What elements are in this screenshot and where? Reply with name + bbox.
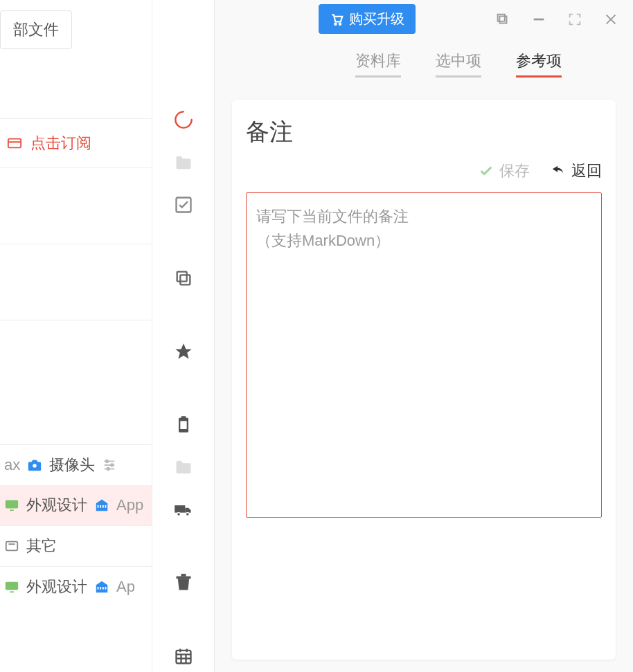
- save-button[interactable]: 保存: [479, 161, 530, 181]
- svg-rect-30: [175, 506, 185, 514]
- all-files-button[interactable]: 部文件: [0, 10, 72, 49]
- camera-icon: [27, 457, 42, 473]
- design2-label: 外观设计: [26, 576, 87, 597]
- svg-rect-44: [499, 16, 506, 23]
- app-label: App: [116, 496, 143, 514]
- note-title: 备注: [246, 116, 602, 148]
- svg-rect-17: [6, 582, 18, 590]
- svg-rect-14: [105, 505, 107, 508]
- title-bar: 购买升级: [215, 0, 633, 38]
- check-icon: [479, 163, 494, 179]
- copy-icon[interactable]: [167, 262, 200, 295]
- cart-icon: [330, 12, 344, 26]
- upgrade-label: 购买升级: [349, 10, 404, 28]
- restore-icon[interactable]: [494, 11, 511, 28]
- svg-rect-34: [181, 574, 186, 576]
- left-panel: 部文件 点击订阅 ax 摄像头 外观设计 App 其它 外观设计: [0, 0, 152, 672]
- design-row[interactable]: 外观设计 App: [0, 485, 152, 526]
- minimize-icon[interactable]: [531, 11, 547, 28]
- svg-point-8: [107, 468, 110, 471]
- svg-rect-24: [180, 275, 190, 284]
- truck-icon[interactable]: [167, 493, 200, 526]
- tab-library[interactable]: 资料库: [355, 51, 401, 78]
- list-item: [0, 168, 152, 244]
- svg-rect-15: [6, 542, 18, 551]
- design-row-2[interactable]: 外观设计 Ap: [0, 567, 152, 607]
- list-item: [0, 320, 152, 445]
- svg-rect-0: [8, 139, 21, 148]
- calendar-icon[interactable]: [167, 639, 200, 672]
- app2-label: Ap: [116, 578, 135, 596]
- card-icon: [7, 136, 22, 151]
- other-row[interactable]: 其它: [0, 526, 152, 567]
- monitor-icon: [4, 498, 19, 513]
- tab-reference[interactable]: 参考项: [516, 51, 562, 78]
- folder-icon[interactable]: [167, 147, 200, 179]
- building-icon: [94, 579, 109, 594]
- subscribe-label: 点击订阅: [30, 133, 91, 154]
- svg-rect-33: [176, 576, 190, 579]
- svg-point-6: [106, 460, 109, 463]
- svg-rect-21: [102, 587, 104, 590]
- note-actions: 保存 返回: [246, 161, 602, 181]
- svg-rect-22: [105, 587, 107, 590]
- svg-rect-35: [176, 650, 190, 663]
- svg-rect-13: [102, 505, 104, 508]
- box-icon: [4, 538, 19, 554]
- clipboard-icon[interactable]: [167, 408, 200, 441]
- back-label: 返回: [571, 161, 602, 181]
- svg-rect-45: [498, 14, 505, 21]
- svg-point-2: [33, 464, 37, 468]
- sliders-icon: [102, 457, 117, 473]
- tab-selected[interactable]: 选中项: [436, 51, 481, 78]
- svg-point-7: [111, 464, 114, 466]
- svg-rect-25: [177, 272, 186, 282]
- svg-rect-10: [10, 509, 14, 511]
- camera-row[interactable]: ax 摄像头: [0, 445, 152, 485]
- other-label: 其它: [26, 536, 57, 556]
- list-item: [0, 244, 152, 320]
- svg-point-42: [335, 23, 337, 24]
- svg-rect-9: [6, 500, 18, 509]
- svg-rect-28: [181, 417, 186, 420]
- camera-label: 摄像头: [49, 455, 95, 475]
- star-icon[interactable]: [167, 335, 200, 367]
- back-button[interactable]: 返回: [551, 161, 602, 181]
- svg-rect-18: [10, 591, 14, 592]
- note-card: 备注 保存 返回: [232, 100, 616, 660]
- svg-rect-29: [180, 421, 186, 430]
- close-icon[interactable]: [603, 11, 619, 28]
- check-icon[interactable]: [167, 189, 200, 221]
- trash-icon[interactable]: [167, 567, 200, 599]
- svg-rect-19: [98, 587, 99, 590]
- svg-point-31: [177, 513, 180, 516]
- tabs: 资料库 选中项 参考项: [284, 38, 633, 87]
- building-icon: [94, 498, 109, 513]
- monitor-icon: [4, 579, 19, 594]
- loading-icon[interactable]: [167, 104, 200, 136]
- svg-rect-12: [100, 505, 101, 508]
- folder2-icon[interactable]: [167, 451, 200, 484]
- svg-rect-11: [98, 505, 99, 508]
- note-textarea[interactable]: [246, 192, 602, 518]
- subscribe-row[interactable]: 点击订阅: [0, 118, 152, 168]
- prefix-label: ax: [4, 456, 20, 474]
- right-panel: 购买升级 资料库 选中项 参考项 备注: [215, 0, 633, 672]
- vertical-toolbar: [152, 0, 215, 672]
- save-label: 保存: [499, 161, 530, 181]
- svg-rect-20: [100, 587, 101, 590]
- fullscreen-icon[interactable]: [567, 11, 583, 28]
- undo-icon: [551, 163, 566, 179]
- svg-marker-26: [175, 343, 191, 358]
- svg-point-32: [186, 513, 189, 516]
- svg-point-43: [339, 23, 341, 24]
- design-label: 外观设计: [26, 495, 87, 516]
- upgrade-button[interactable]: 购买升级: [319, 4, 416, 34]
